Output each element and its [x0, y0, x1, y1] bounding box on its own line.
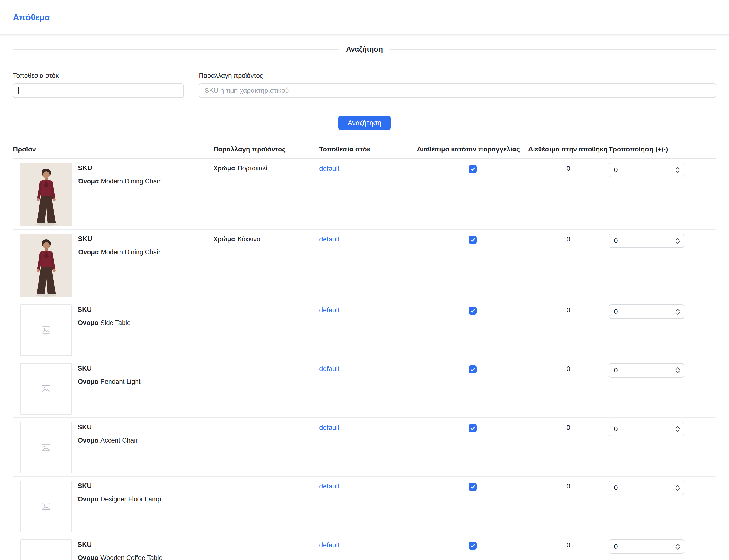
backorder-checkbox[interactable] — [469, 542, 477, 550]
modify-input[interactable] — [614, 237, 674, 245]
inventory-table: Προϊόν Παραλλαγή προϊόντος Τοποθεσία στό… — [13, 140, 716, 560]
available-count: 0 — [528, 422, 609, 431]
checkmark-icon — [470, 543, 475, 548]
location-cell: default — [319, 481, 417, 490]
stepper-arrows-icon[interactable] — [674, 308, 681, 315]
backorder-cell — [417, 163, 528, 173]
stock-location-link[interactable]: default — [319, 365, 339, 372]
checkmark-icon — [470, 237, 475, 243]
variant-attr-value: Κόκκινο — [238, 235, 260, 243]
name-label: Όνομα — [78, 378, 98, 385]
search-form: Τοποθεσία στόκ Παραλλαγή προϊόντος — [13, 72, 716, 98]
backorder-cell — [417, 539, 528, 550]
modify-spin-input — [609, 422, 684, 436]
product-text: SKU ΌνομαDesigner Floor Lamp — [78, 481, 161, 532]
search-button[interactable]: Αναζήτηση — [338, 116, 391, 130]
search-button-row: Αναζήτηση — [13, 116, 716, 130]
available-count: 0 — [528, 304, 609, 314]
variant-attr-label: Χρώμα — [213, 165, 235, 172]
stepper-arrows-icon[interactable] — [674, 485, 681, 491]
sku-label: SKU — [78, 164, 92, 172]
backorder-checkbox[interactable] — [469, 165, 477, 173]
variant-search-input[interactable] — [199, 83, 716, 98]
name-label: Όνομα — [78, 248, 99, 256]
column-variant: Παραλλαγή προϊόντος — [213, 145, 319, 153]
table-row: SKU ΌνομαDesigner Floor Lamp default 0 — [13, 477, 716, 535]
table-row: SKU ΌνομαModern Dining Chair ΧρώμαΚόκκιν… — [13, 230, 716, 300]
image-icon — [42, 444, 50, 451]
table-row: SKU ΌνομαWooden Coffee Table default 0 — [13, 535, 716, 560]
stock-location-link[interactable]: default — [319, 165, 339, 172]
modify-spin-input — [609, 163, 684, 177]
stock-location-link[interactable]: default — [319, 482, 339, 490]
backorder-checkbox[interactable] — [469, 483, 477, 491]
location-cell: default — [319, 304, 417, 314]
backorder-checkbox[interactable] — [469, 424, 477, 432]
available-count: 0 — [528, 163, 609, 172]
backorder-checkbox[interactable] — [469, 365, 477, 373]
modify-input[interactable] — [614, 166, 674, 174]
location-cell: default — [319, 363, 417, 373]
product-image-placeholder — [20, 539, 72, 560]
checkmark-icon — [470, 166, 475, 172]
column-product: Προϊόν — [13, 145, 213, 153]
stock-location-link[interactable]: default — [319, 541, 339, 549]
checkmark-icon — [470, 425, 475, 431]
search-section-divider: Αναζήτηση — [13, 45, 716, 53]
sku-label: SKU — [78, 423, 92, 431]
backorder-checkbox[interactable] — [469, 236, 477, 244]
product-text: SKU ΌνομαModern Dining Chair — [78, 163, 161, 226]
stock-location-field: Τοποθεσία στόκ — [13, 72, 184, 98]
stepper-arrows-icon[interactable] — [674, 543, 681, 550]
modify-spin-input — [609, 304, 684, 319]
column-modify: Τροποποίηση (+/-) — [609, 145, 716, 153]
product-name: Side Table — [100, 319, 131, 326]
stepper-arrows-icon[interactable] — [674, 167, 681, 173]
location-cell: default — [319, 422, 417, 431]
stock-location-input[interactable] — [13, 83, 184, 98]
modify-input[interactable] — [614, 308, 674, 315]
table-row: SKU ΌνομαModern Dining Chair ΧρώμαΠορτοκ… — [13, 159, 716, 230]
modify-cell — [609, 234, 716, 248]
modify-input[interactable] — [614, 366, 674, 374]
modify-input[interactable] — [614, 425, 674, 433]
backorder-cell — [417, 234, 528, 244]
stock-location-link[interactable]: default — [319, 424, 339, 431]
product-cell: SKU ΌνομαModern Dining Chair — [20, 234, 213, 297]
available-count: 0 — [528, 481, 609, 490]
modify-cell — [609, 481, 716, 495]
modify-input[interactable] — [614, 484, 674, 492]
stepper-arrows-icon[interactable] — [674, 238, 681, 244]
variant-attr-label: Χρώμα — [213, 235, 235, 243]
product-cell: SKU ΌνομαPendant Light — [20, 363, 213, 415]
backorder-cell — [417, 363, 528, 373]
product-text: SKU ΌνομαPendant Light — [78, 363, 141, 415]
image-icon — [42, 326, 50, 334]
table-row: SKU ΌνομαSide Table default 0 — [13, 300, 716, 359]
modify-cell — [609, 163, 716, 177]
search-section-title: Αναζήτηση — [346, 45, 383, 53]
sku-label: SKU — [78, 541, 92, 548]
page-title: Απόθεμα — [13, 13, 50, 22]
available-count: 0 — [528, 234, 609, 243]
column-backorder: Διαθέσιμο κατόπιν παραγγελίας — [417, 145, 528, 153]
table-row: SKU ΌνομαAccent Chair default 0 — [13, 418, 716, 477]
location-cell: default — [319, 163, 417, 172]
variant-label: Παραλλαγή προϊόντος — [199, 72, 716, 79]
checkmark-icon — [470, 484, 475, 490]
backorder-checkbox[interactable] — [469, 307, 477, 315]
product-cell: SKU ΌνομαModern Dining Chair — [20, 163, 213, 226]
name-label: Όνομα — [78, 437, 98, 444]
checkmark-icon — [470, 367, 475, 372]
product-text: SKU ΌνομαSide Table — [78, 304, 131, 356]
product-text: SKU ΌνομαModern Dining Chair — [78, 234, 161, 297]
modify-input[interactable] — [614, 543, 674, 550]
variant-cell: ΧρώμαΚόκκινο — [213, 234, 319, 243]
stepper-arrows-icon[interactable] — [674, 367, 681, 374]
product-text: SKU ΌνομαAccent Chair — [78, 422, 137, 473]
image-icon — [42, 503, 50, 510]
stock-location-link[interactable]: default — [319, 235, 339, 243]
stepper-arrows-icon[interactable] — [674, 426, 681, 432]
sku-label: SKU — [78, 482, 92, 489]
stock-location-link[interactable]: default — [319, 306, 339, 314]
